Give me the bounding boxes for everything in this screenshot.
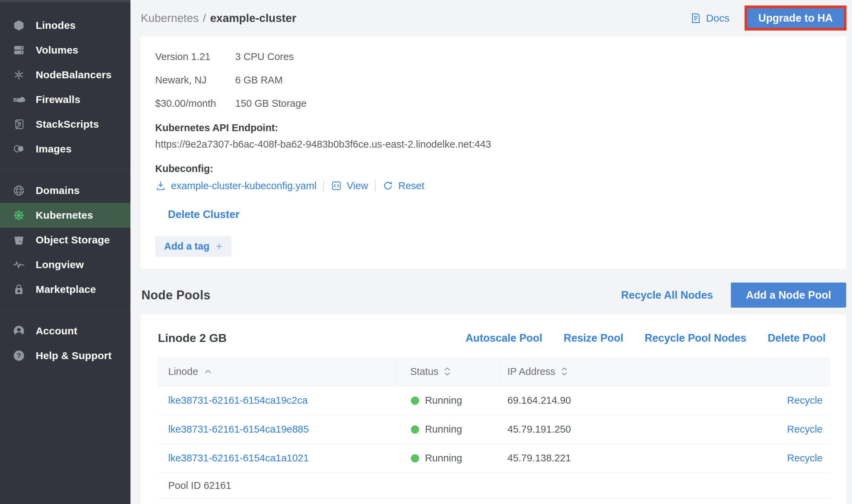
view-label: View xyxy=(347,180,368,192)
recycle-pool-nodes-link[interactable]: Recycle Pool Nodes xyxy=(645,332,746,344)
sidebar-item-account[interactable]: Account xyxy=(0,319,130,343)
table-row: lke38731-62161-6154ca1a1021 Running 45.7… xyxy=(158,444,831,473)
autoscale-pool-link[interactable]: Autoscale Pool xyxy=(465,332,542,344)
marketplace-bag-icon xyxy=(12,283,25,296)
sidebar-item-volumes[interactable]: Volumes xyxy=(0,38,130,62)
firewall-icon xyxy=(12,93,25,106)
table-header-row: Linode Status IP Address xyxy=(158,357,831,386)
add-tag-button[interactable]: Add a tag + xyxy=(155,236,231,257)
table-row: lke38731-62161-6154ca19c2ca Running 69.1… xyxy=(158,386,831,415)
column-header-ip-address[interactable]: IP Address xyxy=(499,357,663,386)
add-tag-label: Add a tag xyxy=(164,241,209,252)
docs-document-icon xyxy=(690,12,702,24)
reset-refresh-icon xyxy=(382,180,393,191)
breadcrumb-kubernetes-link[interactable]: Kubernetes xyxy=(141,12,199,25)
sidebar-divider xyxy=(0,310,130,310)
api-endpoint-label: Kubernetes API Endpoint: xyxy=(155,122,832,134)
delete-pool-link[interactable]: Delete Pool xyxy=(768,332,826,344)
pool-header: Linode 2 GB Autoscale Pool Resize Pool R… xyxy=(141,314,846,357)
sidebar-item-kubernetes[interactable]: Kubernetes xyxy=(0,203,130,228)
status-running-dot xyxy=(411,425,419,434)
sidebar-item-longview[interactable]: Longview xyxy=(0,252,130,277)
globe-icon xyxy=(12,184,25,197)
help-question-icon: ? xyxy=(12,349,25,362)
sidebar-item-help-support[interactable]: ? Help & Support xyxy=(0,343,130,368)
sidebar-item-firewalls[interactable]: Firewalls xyxy=(0,87,130,112)
images-icon xyxy=(12,142,25,156)
kubeconfig-filename: example-cluster-kubeconfig.yaml xyxy=(171,180,316,192)
kubernetes-wheel-icon xyxy=(12,209,25,222)
bucket-icon xyxy=(12,233,25,247)
sort-both-icon xyxy=(561,367,568,376)
sidebar-group-compute: Linodes Volumes NodeBalancers Firewalls xyxy=(0,13,130,161)
sort-ascending-icon xyxy=(204,369,212,374)
recycle-all-nodes-link[interactable]: Recycle All Nodes xyxy=(621,289,713,301)
recycle-node-link[interactable]: Recycle xyxy=(787,395,822,406)
sidebar-group-services: Domains Kubernetes Object Storage Longvi… xyxy=(0,178,130,302)
reset-label: Reset xyxy=(398,180,424,192)
status-text: Running xyxy=(425,395,462,406)
node-ip: 69.164.214.90 xyxy=(499,395,663,406)
add-node-pool-button[interactable]: Add a Node Pool xyxy=(731,283,846,308)
page-header: Kubernetes / example-cluster Docs Upgrad… xyxy=(141,0,847,36)
kubeconfig-download-link[interactable]: example-cluster-kubeconfig.yaml xyxy=(155,180,316,192)
pool-panel: Linode 2 GB Autoscale Pool Resize Pool R… xyxy=(141,314,846,504)
sidebar-item-label: NodeBalancers xyxy=(36,69,112,81)
recycle-node-link[interactable]: Recycle xyxy=(787,424,822,435)
spec-region: Newark, NJ xyxy=(155,74,235,86)
sidebar-item-label: Object Storage xyxy=(36,234,110,246)
sidebar-item-label: Marketplace xyxy=(36,284,96,295)
cluster-summary-panel: Version 1.21 3 CPU Cores Newark, NJ 6 GB… xyxy=(141,36,846,269)
sidebar-item-marketplace[interactable]: Marketplace xyxy=(0,277,130,302)
spec-price: $30.00/month xyxy=(155,98,235,110)
sidebar: Linodes Volumes NodeBalancers Firewalls xyxy=(0,0,130,504)
stackscripts-scroll-icon xyxy=(12,118,25,131)
sidebar-item-label: Volumes xyxy=(36,44,78,56)
pulse-icon xyxy=(12,258,25,271)
sidebar-item-label: Linodes xyxy=(36,20,76,31)
main-content: Kubernetes / example-cluster Docs Upgrad… xyxy=(130,0,852,504)
resize-pool-link[interactable]: Resize Pool xyxy=(564,332,623,344)
kubeconfig-reset-link[interactable]: Reset xyxy=(382,180,424,192)
delete-cluster-link[interactable]: Delete Cluster xyxy=(168,208,239,220)
kubeconfig-actions-row: example-cluster-kubeconfig.yaml View Res… xyxy=(155,180,832,192)
kubeconfig-view-link[interactable]: View xyxy=(331,180,368,192)
sidebar-item-label: Domains xyxy=(36,185,80,196)
add-tag-row: Add a tag + xyxy=(155,236,832,257)
code-view-icon xyxy=(331,180,342,191)
node-link[interactable]: lke38731-62161-6154ca1a1021 xyxy=(168,453,309,463)
upgrade-to-ha-button[interactable]: Upgrade to HA xyxy=(747,8,844,28)
sidebar-item-stackscripts[interactable]: StackScripts xyxy=(0,112,130,137)
node-link[interactable]: lke38731-62161-6154ca19e885 xyxy=(168,424,309,435)
sidebar-item-label: Account xyxy=(36,325,77,337)
spec-storage: 150 GB Storage xyxy=(235,98,832,110)
sidebar-item-label: Firewalls xyxy=(36,94,80,105)
sidebar-group-account: Account ? Help & Support xyxy=(0,319,130,368)
sidebar-divider xyxy=(0,170,130,170)
separator xyxy=(375,180,376,192)
node-link[interactable]: lke38731-62161-6154ca19c2ca xyxy=(168,395,308,406)
sidebar-item-nodebalancers[interactable]: NodeBalancers xyxy=(0,62,130,87)
column-header-status[interactable]: Status xyxy=(396,357,499,386)
breadcrumb: Kubernetes / example-cluster xyxy=(141,12,296,25)
column-header-linode[interactable]: Linode xyxy=(158,357,396,386)
node-ip: 45.79.191.250 xyxy=(499,424,663,435)
sidebar-item-label: StackScripts xyxy=(36,118,99,130)
breadcrumb-separator: / xyxy=(203,12,206,25)
sidebar-item-images[interactable]: Images xyxy=(0,137,130,161)
docs-link[interactable]: Docs xyxy=(690,12,729,24)
status-text: Running xyxy=(425,424,462,435)
delete-cluster-row: Delete Cluster xyxy=(168,208,832,221)
node-pools-actions: Recycle All Nodes Add a Node Pool xyxy=(621,283,846,308)
recycle-node-link[interactable]: Recycle xyxy=(787,453,822,463)
sidebar-item-domains[interactable]: Domains xyxy=(0,178,130,203)
header-actions: Docs Upgrade to HA xyxy=(690,5,847,31)
plus-icon: + xyxy=(216,240,222,253)
sidebar-item-linodes[interactable]: Linodes xyxy=(0,13,130,38)
sidebar-item-label: Longview xyxy=(36,259,84,271)
table-row: lke38731-62161-6154ca19e885 Running 45.7… xyxy=(158,415,831,444)
nodebalancer-icon xyxy=(12,68,25,81)
sidebar-item-object-storage[interactable]: Object Storage xyxy=(0,228,130,252)
status-text: Running xyxy=(425,453,462,464)
spec-version: Version 1.21 xyxy=(155,51,235,63)
